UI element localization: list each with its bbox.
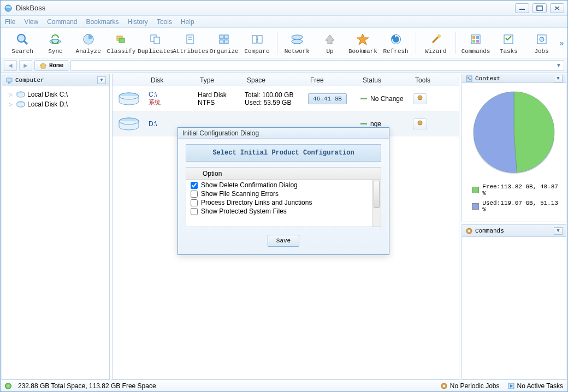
pie-icon (81, 32, 96, 47)
menu-tools[interactable]: Tools (157, 18, 172, 26)
disk-icon (117, 90, 141, 108)
svg-rect-27 (472, 36, 475, 39)
option-item[interactable]: Show Delete Confirmation Dialog (186, 181, 372, 189)
toolbar-jobs[interactable]: Jobs (525, 32, 558, 55)
disk-type: Hard DiskNTFS (198, 91, 245, 106)
nav-home-button[interactable]: Home (34, 60, 68, 71)
close-button[interactable] (550, 3, 564, 13)
column-header[interactable]: Status (363, 74, 415, 86)
expand-icon[interactable]: ▷ (9, 92, 14, 97)
column-header[interactable]: Tools (415, 74, 442, 86)
option-item[interactable]: Show File Scanning Errors (186, 189, 372, 198)
option-label: Show File Scanning Errors (201, 190, 279, 198)
minimize-button[interactable] (515, 3, 529, 13)
toolbar-duplicates[interactable]: Duplicates (138, 32, 173, 55)
option-checkbox[interactable] (191, 191, 198, 198)
computer-panel-dropdown[interactable]: ▼ (97, 76, 106, 84)
svg-rect-2 (519, 9, 525, 10)
context-icon (465, 75, 473, 82)
menu-view[interactable]: View (24, 18, 38, 26)
menu-bookmarks[interactable]: Bookmarks (86, 18, 119, 26)
menu-file[interactable]: File (5, 18, 15, 26)
toolbar-refresh[interactable]: Refresh (379, 32, 412, 55)
commands-body (462, 237, 566, 379)
maximize-button[interactable] (532, 3, 547, 13)
toolbar-label: Up (313, 48, 346, 55)
context-panel-dropdown[interactable]: ▼ (554, 75, 563, 82)
column-header[interactable]: Free (310, 74, 363, 86)
option-checkbox[interactable] (191, 199, 198, 206)
toolbar-label: Tasks (492, 48, 525, 55)
svg-rect-19 (252, 35, 257, 43)
toolbar-label: Compare (240, 48, 273, 55)
toolbar-search[interactable]: Search (6, 32, 39, 55)
toolbar-label: Duplicates (138, 48, 173, 55)
refresh-icon (388, 32, 404, 47)
disk-tools (413, 93, 427, 104)
toolbar-label: Bookmark (346, 48, 379, 55)
computer-panel-title: Computer (15, 77, 44, 84)
toolbar-up[interactable]: Up (313, 32, 346, 55)
toolbar-label: Search (6, 48, 39, 55)
toolbar-attributes[interactable]: Attributes (173, 32, 208, 55)
address-bar[interactable]: ▼ (70, 60, 564, 71)
tree-item[interactable]: ▷Local Disk C:\ (4, 90, 107, 99)
column-header[interactable]: Disk (151, 74, 200, 86)
context-legend: Free:113.82 GB, 48.87 %Used:119.07 GB, 5… (465, 183, 563, 213)
toolbar-overflow[interactable]: » (558, 32, 565, 54)
commands-panel-dropdown[interactable]: ▼ (554, 227, 563, 235)
titlebar: DiskBoss (1, 1, 567, 16)
toolbar-commands[interactable]: Commands (459, 32, 492, 55)
toolbar-compare[interactable]: Compare (240, 32, 273, 55)
toolbar-analyze[interactable]: Analyze (72, 32, 105, 55)
option-checkbox[interactable] (191, 208, 198, 215)
context-pie-chart (470, 88, 558, 176)
toolbar-classify[interactable]: Classify (105, 32, 138, 55)
tags-icon (114, 32, 129, 47)
expand-icon[interactable]: ▷ (9, 102, 14, 107)
svg-rect-30 (476, 40, 479, 43)
option-checkbox[interactable] (191, 182, 198, 189)
toolbar-sync[interactable]: Sync (39, 32, 72, 55)
tree-item[interactable]: ▷Local Disk D:\ (4, 99, 107, 109)
disk-tool-button[interactable] (413, 93, 427, 104)
nav-forward-button[interactable]: ► (19, 60, 32, 71)
toolbar-network[interactable]: Network (281, 32, 313, 55)
jobs-icon (534, 32, 549, 47)
toolbar-label: Network (281, 48, 313, 55)
svg-line-5 (24, 41, 27, 44)
menu-history[interactable]: History (128, 18, 148, 26)
legend-text: Used:119.07 GB, 51.13 % (482, 200, 560, 213)
toolbar-wizard[interactable]: Wizard (419, 32, 452, 55)
toolbar-label: Classify (105, 48, 138, 55)
statusbar: 232.88 GB Total Space, 113.82 GB Free Sp… (1, 379, 567, 391)
computer-panel-header: Computer ▼ (2, 74, 109, 86)
option-item[interactable]: Show Protected System Files (186, 207, 372, 216)
scrollbar-thumb[interactable] (374, 181, 380, 208)
disk-tool-button[interactable] (413, 118, 427, 129)
drive-icon (16, 101, 25, 108)
wand-icon (428, 32, 443, 47)
toolbar-tasks[interactable]: Tasks (492, 32, 525, 55)
toolbar-organize[interactable]: Organize (208, 32, 240, 55)
chevron-down-icon: ▼ (556, 62, 561, 68)
computer-panel: Computer ▼ ▷Local Disk C:\▷Local Disk D:… (2, 74, 110, 379)
nav-back-button[interactable]: ◄ (4, 60, 17, 71)
disk-status: No Change (360, 95, 413, 103)
column-header[interactable]: Type (200, 74, 247, 86)
svg-rect-29 (472, 40, 475, 43)
svg-rect-18 (224, 40, 228, 44)
menu-command[interactable]: Command (47, 18, 77, 26)
toolbar-label: Jobs (525, 48, 558, 55)
menu-help[interactable]: Help (181, 18, 194, 26)
play-icon (507, 382, 515, 390)
toolbar-bookmark[interactable]: Bookmark (346, 32, 379, 55)
option-item[interactable]: Process Directory Links and Junctions (186, 198, 372, 207)
home-icon (39, 62, 47, 69)
disk-row[interactable]: C:\系统Hard DiskNTFSTotal: 100.00 GBUsed: … (113, 86, 459, 111)
context-body: Free:113.82 GB, 48.87 %Used:119.07 GB, 5… (462, 83, 566, 222)
column-header[interactable]: Space (247, 74, 310, 86)
options-scrollbar[interactable] (372, 180, 381, 227)
gear-icon (440, 382, 448, 390)
save-button[interactable]: Save (268, 235, 299, 247)
